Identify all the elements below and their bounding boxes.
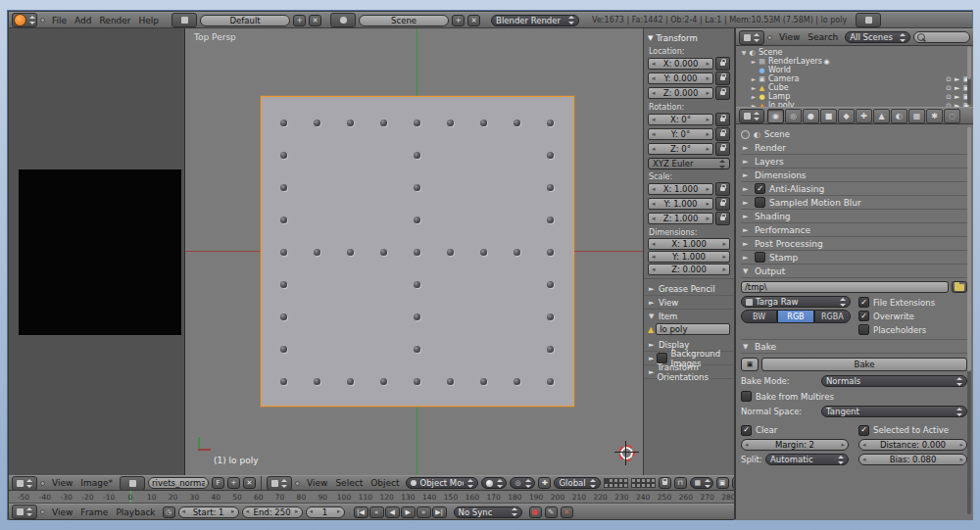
panel-header-post-processing[interactable]: ►Post Processing bbox=[741, 237, 967, 251]
current-frame-field[interactable]: ◂1▸ bbox=[306, 506, 345, 518]
layer-cell[interactable] bbox=[651, 483, 656, 488]
scene-icon[interactable] bbox=[330, 13, 356, 27]
menu-view[interactable]: View bbox=[48, 478, 76, 488]
split-dropdown[interactable]: Automatic bbox=[765, 454, 849, 465]
lock-to-scene-button[interactable] bbox=[659, 477, 671, 489]
grease-pencil-panel[interactable]: ►Grease Pencil bbox=[644, 282, 734, 296]
mode-dropdown[interactable]: Object Mode bbox=[406, 477, 478, 489]
render-tab[interactable]: ◉ bbox=[767, 109, 784, 123]
modifiers-tab[interactable]: ✚ bbox=[856, 109, 872, 123]
play-reverse-button[interactable]: ◀ bbox=[385, 506, 400, 518]
menu-frame[interactable]: Frame bbox=[76, 507, 112, 517]
channel-bw-button[interactable]: BW bbox=[741, 310, 777, 323]
panel-header-stamp[interactable]: ►Stamp bbox=[741, 251, 967, 265]
margin-slider[interactable]: ◂Margin: 2▸ bbox=[741, 439, 849, 451]
panel-header-sampled-motion-blur[interactable]: ►Sampled Motion Blur bbox=[741, 196, 967, 210]
texture-tab[interactable]: ▦ bbox=[908, 109, 925, 123]
physics-tab[interactable]: ◌ bbox=[944, 109, 960, 123]
pin-icon[interactable] bbox=[741, 130, 750, 139]
selectability-icon[interactable]: ► bbox=[955, 93, 959, 101]
frame-start-field[interactable]: ◂Start: 1▸ bbox=[178, 506, 239, 518]
window-icon[interactable] bbox=[856, 13, 881, 27]
header-collapse-dot[interactable] bbox=[767, 35, 772, 40]
lock-button[interactable] bbox=[715, 212, 730, 225]
outliner-editor-type-button[interactable] bbox=[739, 30, 764, 45]
timeline-ruler[interactable]: -50-40-30-20-100102030405060708090100110… bbox=[9, 491, 734, 504]
panel-checkbox[interactable] bbox=[755, 197, 765, 208]
visibility-icon[interactable]: ⊙ bbox=[946, 84, 952, 92]
header-collapse-dot[interactable] bbox=[40, 509, 45, 514]
outliner-filter-dropdown[interactable]: All Scenes bbox=[845, 31, 910, 43]
menu-image[interactable]: Image* bbox=[76, 478, 117, 488]
menu-add[interactable]: Add bbox=[71, 16, 95, 25]
add-layout-button[interactable]: + bbox=[293, 15, 306, 26]
panel-header-dimensions[interactable]: ►Dimensions bbox=[741, 169, 967, 182]
header-collapse-dot[interactable] bbox=[295, 481, 300, 486]
scale-field-y[interactable]: ◂Y: 1.000▸ bbox=[648, 198, 713, 210]
editor-type-button[interactable] bbox=[12, 13, 37, 27]
render-still-button[interactable]: ▣ bbox=[716, 477, 729, 489]
bake-panel-header[interactable]: ▼Bake bbox=[741, 340, 967, 354]
channel-rgb-button[interactable]: RGB bbox=[777, 310, 813, 323]
item-name-field[interactable]: lo poly bbox=[656, 323, 730, 335]
image-editor-type-button[interactable] bbox=[12, 476, 37, 491]
normal-space-dropdown[interactable]: Tangent bbox=[821, 406, 967, 417]
jump-to-end-button[interactable]: ▶| bbox=[432, 506, 447, 518]
bake-multires-checkbox[interactable] bbox=[741, 391, 752, 402]
menu-object[interactable]: Object bbox=[367, 478, 403, 488]
transform-orientations-panel[interactable]: ►Transform Orientations bbox=[644, 365, 734, 379]
outliner-item-scene[interactable]: ▼◐Scene bbox=[740, 48, 973, 57]
menu-view[interactable]: View bbox=[303, 478, 331, 488]
scene-field[interactable]: Scene bbox=[359, 15, 449, 26]
selectability-icon[interactable]: ► bbox=[955, 75, 959, 83]
browse-image-icon[interactable] bbox=[120, 476, 145, 491]
outliner-scrollbar[interactable] bbox=[967, 46, 971, 105]
expand-icon[interactable]: ► bbox=[750, 84, 758, 91]
dimensions-field-z[interactable]: ◂Z: 0.000▸ bbox=[648, 264, 730, 275]
image-name-field[interactable]: rivets_normal bbox=[148, 477, 209, 489]
snap-magnet-button[interactable]: ⊓ bbox=[674, 477, 687, 489]
add-scene-button[interactable]: + bbox=[452, 15, 465, 26]
transform-panel-header[interactable]: ▼Transform bbox=[648, 31, 730, 44]
play-button[interactable]: ▶ bbox=[401, 506, 416, 518]
output-panel-header[interactable]: ▼Output bbox=[741, 265, 967, 278]
viewport-editor-type-button[interactable] bbox=[267, 476, 292, 491]
menu-search[interactable]: Search bbox=[804, 32, 842, 42]
close-scene-button[interactable]: ✕ bbox=[467, 15, 480, 26]
lock-button[interactable] bbox=[715, 113, 730, 126]
lock-button[interactable] bbox=[715, 197, 730, 211]
menu-select[interactable]: Select bbox=[331, 478, 367, 488]
prev-keyframe-button[interactable]: « bbox=[369, 506, 384, 518]
scene-tab[interactable]: ◎ bbox=[785, 109, 802, 123]
new-image-button[interactable]: + bbox=[227, 477, 240, 489]
outliner-item-cube[interactable]: ►▲Cube⊙►▣ bbox=[740, 83, 973, 92]
panel-header-anti-aliasing[interactable]: ►✓Anti-Aliasing bbox=[741, 182, 967, 196]
menu-render[interactable]: Render bbox=[96, 16, 135, 25]
item-panel[interactable]: ▼Item bbox=[644, 310, 734, 322]
placeholders-checkbox[interactable] bbox=[858, 324, 869, 335]
orientation-dropdown[interactable]: Global bbox=[554, 477, 600, 489]
outliner-search-input[interactable] bbox=[913, 31, 970, 43]
bake-button[interactable]: Bake bbox=[761, 358, 967, 371]
rotation-field-x[interactable]: ◂X: 0°▸ bbox=[648, 114, 713, 125]
timeline-editor-type-button[interactable] bbox=[12, 505, 37, 519]
clock-icon[interactable]: ◷ bbox=[163, 506, 175, 518]
pivot-point-dropdown[interactable]: ◎ bbox=[510, 477, 535, 489]
record-button[interactable] bbox=[529, 506, 542, 518]
lock-button[interactable] bbox=[715, 86, 730, 100]
location-field-y[interactable]: ◂Y: 0.000▸ bbox=[648, 72, 713, 84]
clear-checkbox[interactable]: ✓ bbox=[741, 425, 752, 436]
header-collapse-dot[interactable] bbox=[40, 481, 45, 486]
viewport-shading-dropdown[interactable] bbox=[481, 477, 507, 489]
object-data-tab[interactable]: ▲ bbox=[873, 109, 890, 123]
selectability-icon[interactable]: ► bbox=[955, 84, 959, 92]
particles-tab[interactable]: ✱ bbox=[926, 109, 943, 123]
panel-header-render[interactable]: ►Render bbox=[741, 141, 967, 155]
constraints-tab[interactable]: ◆ bbox=[838, 109, 855, 123]
menu-view[interactable]: View bbox=[775, 32, 804, 42]
visibility-icon[interactable]: ⊙ bbox=[946, 75, 952, 83]
location-field-z[interactable]: ◂Z: 0.000▸ bbox=[648, 87, 713, 99]
channel-rgba-button[interactable]: RGBA bbox=[814, 310, 851, 323]
lock-button[interactable] bbox=[715, 142, 730, 156]
header-collapse-dot[interactable] bbox=[40, 18, 45, 23]
